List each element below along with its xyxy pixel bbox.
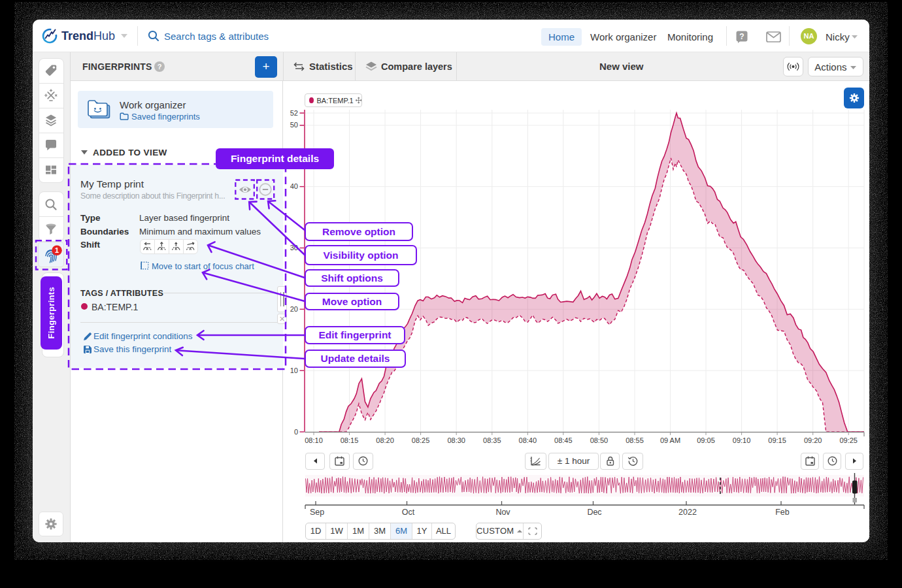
- svg-text:1: 1: [55, 247, 59, 255]
- svg-text:09 AM: 09 AM: [660, 436, 680, 444]
- svg-text:08:25: 08:25: [412, 436, 430, 444]
- svg-text:09:25: 09:25: [839, 436, 858, 444]
- svg-text:08:10: 08:10: [305, 436, 323, 444]
- svg-text:08:45: 08:45: [554, 436, 573, 444]
- svg-text:08:15: 08:15: [341, 436, 359, 444]
- svg-text:50: 50: [290, 121, 298, 129]
- svg-text:08:30: 08:30: [447, 436, 465, 444]
- svg-text:Feb: Feb: [775, 508, 790, 517]
- svg-text:Sep: Sep: [310, 508, 324, 517]
- svg-text:10: 10: [290, 367, 298, 374]
- svg-text:09:20: 09:20: [804, 436, 822, 444]
- svg-text:?: ?: [739, 32, 744, 41]
- svg-text:2022: 2022: [678, 508, 697, 517]
- svg-text:08:35: 08:35: [483, 436, 501, 444]
- svg-text:08:20: 08:20: [376, 436, 394, 444]
- svg-text:30: 30: [290, 244, 298, 252]
- svg-text:Oct: Oct: [402, 508, 415, 517]
- svg-text:0: 0: [294, 428, 298, 436]
- svg-text:08:50: 08:50: [590, 436, 609, 444]
- svg-text:09:05: 09:05: [697, 436, 715, 444]
- svg-text:09:10: 09:10: [733, 436, 751, 444]
- svg-text:52: 52: [290, 109, 298, 117]
- svg-text:40: 40: [290, 182, 298, 190]
- svg-text:Dec: Dec: [587, 508, 601, 517]
- svg-text:09:15: 09:15: [768, 436, 786, 444]
- svg-text:20: 20: [290, 305, 298, 313]
- svg-text:Nov: Nov: [495, 508, 510, 517]
- svg-text:08:40: 08:40: [519, 436, 537, 444]
- svg-text:08:55: 08:55: [626, 436, 644, 444]
